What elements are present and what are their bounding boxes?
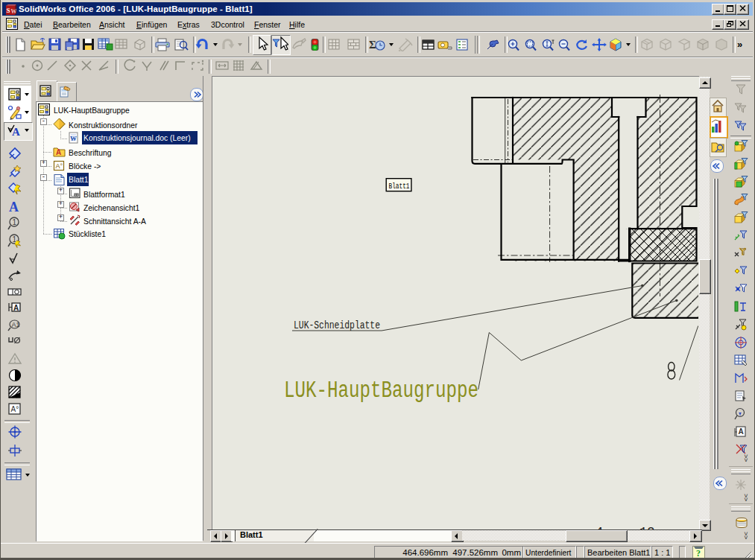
svg-text:A1: A1 <box>12 321 20 328</box>
svg-text:A°: A° <box>11 405 19 413</box>
svg-text:Blatt1: Blatt1 <box>389 182 410 191</box>
svg-text:LUK-Schneidplatte: LUK-Schneidplatte <box>294 319 380 331</box>
svg-text:A: A <box>13 304 19 312</box>
svg-text:S: S <box>7 7 10 14</box>
svg-text:A: A <box>56 148 61 156</box>
svg-text:LUK-HauptBaugruppe: LUK-HauptBaugruppe <box>284 378 478 404</box>
svg-text:A°: A° <box>56 162 63 170</box>
svg-text:A: A <box>739 427 744 436</box>
svg-text:?: ? <box>696 548 701 558</box>
svg-text:1: 1 <box>13 218 17 226</box>
svg-text:A: A <box>12 126 20 138</box>
svg-text:A: A <box>9 200 19 214</box>
svg-text:W: W <box>11 8 17 15</box>
svg-text:W: W <box>70 135 77 142</box>
